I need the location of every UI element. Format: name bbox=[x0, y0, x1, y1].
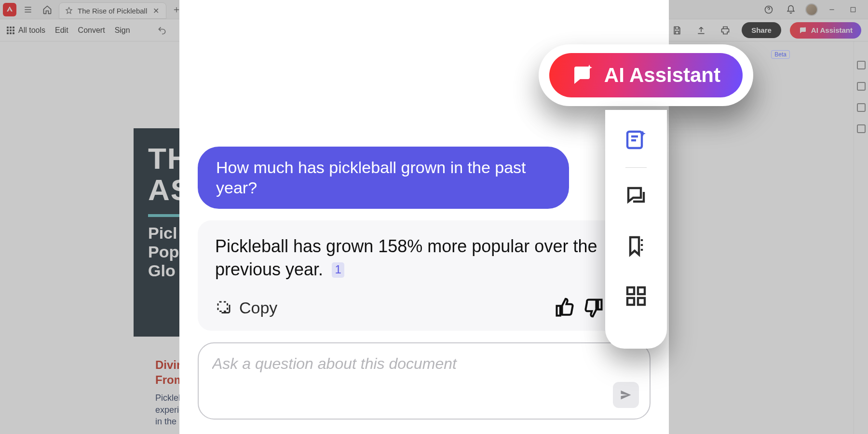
sparkle-chat-icon bbox=[571, 64, 595, 87]
share-button[interactable]: Share bbox=[742, 22, 781, 38]
window-maximize-icon[interactable] bbox=[846, 4, 860, 15]
svg-rect-1 bbox=[851, 7, 855, 12]
copy-button[interactable]: Copy bbox=[215, 298, 277, 317]
citation-badge[interactable]: 1 bbox=[332, 262, 344, 278]
svg-rect-9 bbox=[638, 298, 645, 305]
undo-icon[interactable] bbox=[154, 23, 170, 38]
copy-icon bbox=[215, 299, 232, 316]
ai-response-actions: Copy bbox=[215, 297, 633, 318]
notifications-icon[interactable] bbox=[783, 2, 799, 17]
send-button[interactable] bbox=[613, 382, 639, 408]
svg-rect-7 bbox=[638, 287, 645, 294]
ai-assistant-pill[interactable]: AI Assistant bbox=[549, 53, 743, 97]
all-tools-button[interactable]: All tools bbox=[7, 26, 45, 35]
user-message-bubble: How much has pickleball grown in the pas… bbox=[198, 147, 569, 209]
hamburger-menu-icon[interactable] bbox=[20, 2, 36, 17]
save-icon[interactable] bbox=[669, 23, 685, 38]
acrobat-logo-icon bbox=[3, 3, 16, 16]
right-tool-rail bbox=[854, 41, 868, 434]
ai-assistant-panel: AI Assistant How much has pickleball gro… bbox=[179, 0, 669, 434]
ai-assistant-pill-label: AI Assistant bbox=[604, 64, 720, 87]
document-tab[interactable]: The Rise of Pickleball ✕ bbox=[59, 2, 166, 19]
convert-button[interactable]: Convert bbox=[78, 26, 105, 35]
help-icon[interactable] bbox=[761, 2, 776, 17]
ai-assistant-toolbar-button[interactable]: AI Assistant bbox=[790, 22, 861, 39]
beta-badge: Beta bbox=[771, 50, 790, 59]
rail-panel-icon[interactable] bbox=[857, 61, 866, 69]
rail-panel-icon[interactable] bbox=[857, 103, 866, 112]
ai-assistant-header-card: AI Assistant bbox=[539, 44, 753, 106]
rail-panel-icon[interactable] bbox=[857, 82, 866, 91]
bookmark-icon[interactable] bbox=[624, 233, 649, 258]
print-icon[interactable] bbox=[718, 23, 733, 38]
sparkle-chat-icon bbox=[799, 26, 807, 35]
rail-panel-icon[interactable] bbox=[857, 124, 866, 133]
tab-title: The Rise of Pickleball bbox=[78, 7, 147, 15]
window-minimize-icon[interactable] bbox=[825, 4, 839, 15]
grid-icon bbox=[7, 27, 14, 34]
star-outline-icon bbox=[65, 7, 73, 14]
svg-rect-8 bbox=[627, 298, 634, 305]
chat-input-container bbox=[198, 342, 651, 420]
chat-input[interactable] bbox=[212, 355, 636, 407]
svg-point-3 bbox=[583, 71, 585, 74]
svg-point-2 bbox=[578, 71, 580, 74]
home-icon[interactable] bbox=[40, 2, 55, 17]
send-icon bbox=[619, 388, 633, 402]
ai-response-text: Pickleball has grown 158% more popular o… bbox=[215, 235, 633, 282]
user-avatar[interactable] bbox=[805, 3, 818, 16]
all-tools-label: All tools bbox=[18, 26, 45, 35]
upload-icon[interactable] bbox=[693, 23, 709, 38]
sign-button[interactable]: Sign bbox=[115, 26, 130, 35]
comments-icon[interactable] bbox=[624, 183, 649, 208]
tab-close-icon[interactable]: ✕ bbox=[152, 6, 160, 15]
generative-summary-icon[interactable] bbox=[624, 127, 649, 152]
ai-response-bubble: Pickleball has grown 158% more popular o… bbox=[198, 220, 651, 331]
thumbnails-icon[interactable] bbox=[624, 284, 649, 309]
user-message-text: How much has pickleball grown in the pas… bbox=[216, 158, 526, 197]
svg-rect-6 bbox=[627, 287, 634, 294]
thumbs-down-button[interactable] bbox=[583, 297, 604, 318]
svg-rect-4 bbox=[218, 302, 228, 312]
assistant-side-rail bbox=[605, 110, 667, 349]
copy-label: Copy bbox=[239, 298, 277, 317]
edit-button[interactable]: Edit bbox=[55, 26, 68, 35]
ai-assistant-toolbar-label: AI Assistant bbox=[811, 26, 853, 34]
thumbs-up-button[interactable] bbox=[554, 297, 575, 318]
